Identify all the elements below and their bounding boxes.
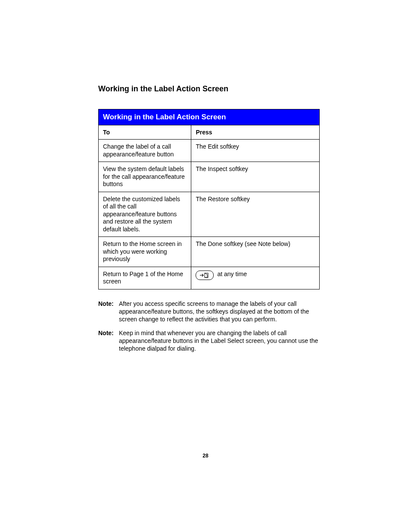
table-title: Working in the Label Action Screen (99, 109, 320, 125)
to-cell: View the system default labels for the c… (99, 162, 191, 192)
press-text: at any time (217, 271, 315, 278)
press-cell: The Restore softkey (191, 192, 320, 237)
table-row: View the system default labels for the c… (99, 162, 320, 192)
section-heading: Working in the Label Action Screen (98, 84, 320, 93)
to-cell: Delete the customized labels of all the … (99, 192, 191, 237)
table-row: Return to Page 1 of the Home screen (99, 267, 320, 289)
press-cell: The Edit softkey (191, 140, 320, 162)
action-table: Working in the Label Action Screen To Pr… (98, 109, 320, 289)
notes-section: Note: After you access specific screens … (98, 300, 320, 353)
press-cell: The Done softkey (see Note below) (191, 237, 320, 267)
table-row: Delete the customized labels of all the … (99, 192, 320, 237)
col-header-to: To (99, 125, 191, 140)
note-text: After you access specific screens to man… (119, 300, 320, 324)
col-header-press: Press (191, 125, 320, 140)
note-label: Note: (98, 300, 117, 324)
note-item: Note: After you access specific screens … (98, 300, 320, 324)
press-cell: The Inspect softkey (191, 162, 320, 192)
to-cell: Return to the Home screen in which you w… (99, 237, 191, 267)
press-cell: at any time (191, 267, 320, 289)
note-item: Note: Keep in mind that whenever you are… (98, 329, 320, 353)
to-cell: Return to Page 1 of the Home screen (99, 267, 191, 289)
table-title-row: Working in the Label Action Screen (99, 109, 320, 125)
page: Working in the Label Action Screen Worki… (0, 0, 411, 532)
to-cell: Change the label of a call appearance/fe… (99, 140, 191, 162)
table-row: Change the label of a call appearance/fe… (99, 140, 320, 162)
exit-button-icon (196, 271, 214, 280)
page-number: 28 (0, 453, 411, 459)
table-row: Return to the Home screen in which you w… (99, 237, 320, 267)
note-label: Note: (98, 329, 117, 353)
note-text: Keep in mind that whenever you are chang… (119, 329, 320, 353)
table-header-row: To Press (99, 125, 320, 140)
